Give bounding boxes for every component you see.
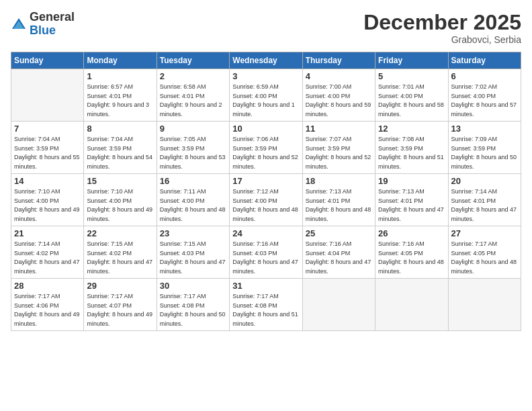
day-number: 2 <box>160 71 226 81</box>
day-number: 1 <box>87 71 153 81</box>
calendar-cell: 4Sunrise: 7:00 AMSunset: 4:00 PMDaylight… <box>302 69 375 122</box>
day-number: 21 <box>14 228 81 238</box>
day-info: Sunrise: 7:16 AMSunset: 4:04 PMDaylight:… <box>306 240 372 276</box>
day-number: 11 <box>306 124 372 134</box>
calendar-cell <box>302 279 375 331</box>
day-number: 17 <box>232 176 299 186</box>
calendar-cell: 7Sunrise: 7:04 AMSunset: 3:59 PMDaylight… <box>11 122 84 174</box>
calendar-cell: 1Sunrise: 6:57 AMSunset: 4:01 PMDaylight… <box>84 69 157 122</box>
day-info: Sunrise: 7:17 AMSunset: 4:06 PMDaylight:… <box>14 292 81 328</box>
calendar-week-0: 1Sunrise: 6:57 AMSunset: 4:01 PMDaylight… <box>11 69 521 122</box>
day-info: Sunrise: 7:17 AMSunset: 4:05 PMDaylight:… <box>451 240 518 276</box>
calendar-cell: 13Sunrise: 7:09 AMSunset: 3:59 PMDayligh… <box>448 122 521 174</box>
col-friday: Friday <box>375 52 448 69</box>
day-info: Sunrise: 7:06 AMSunset: 3:59 PMDaylight:… <box>232 135 299 171</box>
calendar-cell: 25Sunrise: 7:16 AMSunset: 4:04 PMDayligh… <box>302 226 375 279</box>
calendar-cell: 11Sunrise: 7:07 AMSunset: 3:59 PMDayligh… <box>302 122 375 174</box>
calendar-cell: 10Sunrise: 7:06 AMSunset: 3:59 PMDayligh… <box>230 122 302 174</box>
day-info: Sunrise: 7:04 AMSunset: 3:59 PMDaylight:… <box>87 135 153 171</box>
day-number: 20 <box>451 176 518 186</box>
calendar-table: Sunday Monday Tuesday Wednesday Thursday… <box>11 52 521 331</box>
day-info: Sunrise: 7:16 AMSunset: 4:03 PMDaylight:… <box>232 240 299 276</box>
calendar-cell: 5Sunrise: 7:01 AMSunset: 4:00 PMDaylight… <box>375 69 448 122</box>
month-title: December 2025 <box>363 11 521 34</box>
day-number: 31 <box>232 281 299 291</box>
calendar-cell: 27Sunrise: 7:17 AMSunset: 4:05 PMDayligh… <box>448 226 521 279</box>
calendar-cell: 9Sunrise: 7:05 AMSunset: 3:59 PMDaylight… <box>157 122 229 174</box>
calendar-cell: 29Sunrise: 7:17 AMSunset: 4:07 PMDayligh… <box>84 279 157 331</box>
calendar-cell: 23Sunrise: 7:15 AMSunset: 4:03 PMDayligh… <box>157 226 229 279</box>
calendar-cell: 26Sunrise: 7:16 AMSunset: 4:05 PMDayligh… <box>375 226 448 279</box>
calendar-cell: 12Sunrise: 7:08 AMSunset: 3:59 PMDayligh… <box>375 122 448 174</box>
calendar-header: Sunday Monday Tuesday Wednesday Thursday… <box>11 52 521 69</box>
col-sunday: Sunday <box>11 52 84 69</box>
day-number: 28 <box>14 281 81 291</box>
day-info: Sunrise: 7:07 AMSunset: 3:59 PMDaylight:… <box>306 135 372 171</box>
day-number: 5 <box>378 71 445 81</box>
calendar-cell: 14Sunrise: 7:10 AMSunset: 4:00 PMDayligh… <box>11 174 84 226</box>
calendar-cell: 24Sunrise: 7:16 AMSunset: 4:03 PMDayligh… <box>230 226 302 279</box>
page-container: General Blue December 2025 Grabovci, Ser… <box>0 0 532 411</box>
calendar-cell <box>375 279 448 331</box>
logo-text: General Blue <box>30 11 75 38</box>
day-info: Sunrise: 7:05 AMSunset: 3:59 PMDaylight:… <box>160 135 226 171</box>
day-number: 23 <box>160 228 226 238</box>
day-info: Sunrise: 7:10 AMSunset: 4:00 PMDaylight:… <box>87 187 153 224</box>
logo: General Blue <box>11 11 75 38</box>
calendar-cell: 22Sunrise: 7:15 AMSunset: 4:02 PMDayligh… <box>84 226 157 279</box>
calendar-body: 1Sunrise: 6:57 AMSunset: 4:01 PMDaylight… <box>11 69 521 331</box>
day-info: Sunrise: 7:17 AMSunset: 4:08 PMDaylight:… <box>160 292 226 328</box>
day-number: 22 <box>87 228 153 238</box>
calendar-cell: 17Sunrise: 7:12 AMSunset: 4:00 PMDayligh… <box>230 174 302 226</box>
day-info: Sunrise: 7:15 AMSunset: 4:02 PMDaylight:… <box>87 240 153 276</box>
calendar-cell <box>448 279 521 331</box>
col-monday: Monday <box>84 52 157 69</box>
day-info: Sunrise: 7:14 AMSunset: 4:02 PMDaylight:… <box>14 240 81 276</box>
day-info: Sunrise: 7:08 AMSunset: 3:59 PMDaylight:… <box>378 135 445 171</box>
calendar-cell: 8Sunrise: 7:04 AMSunset: 3:59 PMDaylight… <box>84 122 157 174</box>
col-thursday: Thursday <box>302 52 375 69</box>
calendar-week-1: 7Sunrise: 7:04 AMSunset: 3:59 PMDaylight… <box>11 122 521 174</box>
day-info: Sunrise: 6:58 AMSunset: 4:01 PMDaylight:… <box>160 83 226 119</box>
calendar-cell: 3Sunrise: 6:59 AMSunset: 4:00 PMDaylight… <box>230 69 302 122</box>
day-number: 15 <box>87 176 153 186</box>
calendar-cell: 28Sunrise: 7:17 AMSunset: 4:06 PMDayligh… <box>11 279 84 331</box>
logo-icon <box>11 17 27 33</box>
day-info: Sunrise: 7:00 AMSunset: 4:00 PMDaylight:… <box>306 83 372 119</box>
day-number: 4 <box>306 71 372 81</box>
calendar-cell: 2Sunrise: 6:58 AMSunset: 4:01 PMDaylight… <box>157 69 229 122</box>
day-info: Sunrise: 7:09 AMSunset: 3:59 PMDaylight:… <box>451 135 518 171</box>
header-row: Sunday Monday Tuesday Wednesday Thursday… <box>11 52 521 69</box>
day-info: Sunrise: 7:01 AMSunset: 4:00 PMDaylight:… <box>378 83 445 119</box>
calendar-week-3: 21Sunrise: 7:14 AMSunset: 4:02 PMDayligh… <box>11 226 521 279</box>
calendar-cell: 6Sunrise: 7:02 AMSunset: 4:00 PMDaylight… <box>448 69 521 122</box>
day-number: 26 <box>378 228 445 238</box>
day-info: Sunrise: 7:12 AMSunset: 4:00 PMDaylight:… <box>232 187 299 224</box>
day-info: Sunrise: 6:57 AMSunset: 4:01 PMDaylight:… <box>87 83 153 119</box>
col-wednesday: Wednesday <box>230 52 302 69</box>
day-number: 8 <box>87 124 153 134</box>
calendar-cell: 18Sunrise: 7:13 AMSunset: 4:01 PMDayligh… <box>302 174 375 226</box>
day-info: Sunrise: 7:10 AMSunset: 4:00 PMDaylight:… <box>14 187 81 224</box>
day-info: Sunrise: 7:13 AMSunset: 4:01 PMDaylight:… <box>306 187 372 224</box>
calendar-cell: 31Sunrise: 7:17 AMSunset: 4:08 PMDayligh… <box>230 279 302 331</box>
day-number: 24 <box>232 228 299 238</box>
day-info: Sunrise: 7:17 AMSunset: 4:07 PMDaylight:… <box>87 292 153 328</box>
calendar-cell: 30Sunrise: 7:17 AMSunset: 4:08 PMDayligh… <box>157 279 229 331</box>
calendar-cell <box>11 69 84 122</box>
col-saturday: Saturday <box>448 52 521 69</box>
col-tuesday: Tuesday <box>157 52 229 69</box>
day-number: 16 <box>160 176 226 186</box>
logo-blue-text: Blue <box>30 24 75 38</box>
day-info: Sunrise: 7:11 AMSunset: 4:00 PMDaylight:… <box>160 187 226 224</box>
calendar-cell: 19Sunrise: 7:13 AMSunset: 4:01 PMDayligh… <box>375 174 448 226</box>
calendar-cell: 16Sunrise: 7:11 AMSunset: 4:00 PMDayligh… <box>157 174 229 226</box>
day-info: Sunrise: 7:02 AMSunset: 4:00 PMDaylight:… <box>451 83 518 119</box>
day-number: 14 <box>14 176 81 186</box>
day-info: Sunrise: 7:15 AMSunset: 4:03 PMDaylight:… <box>160 240 226 276</box>
day-number: 30 <box>160 281 226 291</box>
calendar-week-2: 14Sunrise: 7:10 AMSunset: 4:00 PMDayligh… <box>11 174 521 226</box>
day-number: 12 <box>378 124 445 134</box>
day-number: 19 <box>378 176 445 186</box>
day-info: Sunrise: 7:16 AMSunset: 4:05 PMDaylight:… <box>378 240 445 276</box>
